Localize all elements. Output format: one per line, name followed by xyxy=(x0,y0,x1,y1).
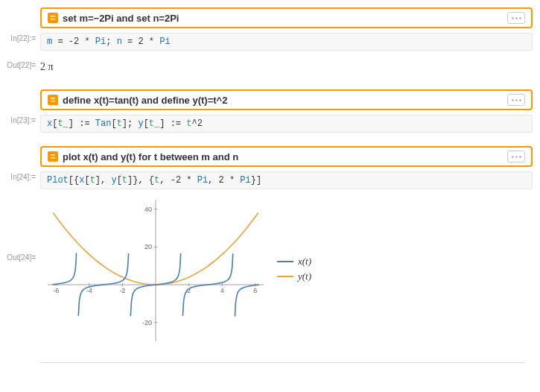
legend-entry: x(t) xyxy=(277,256,311,268)
svg-text:-2: -2 xyxy=(119,287,125,294)
legend-swatch xyxy=(277,276,293,277)
svg-text:20: 20 xyxy=(144,243,152,250)
cell-menu-button[interactable] xyxy=(507,94,525,106)
nl-query-text: set m=−2Pi and set n=2Pi xyxy=(63,13,179,24)
cell-group-24: = plot x(t) and y(t) for t between m and… xyxy=(0,146,533,341)
equal-icon: = xyxy=(48,95,58,105)
natural-language-input[interactable]: = plot x(t) and y(t) for t between m and… xyxy=(40,146,533,167)
legend-entry: y(t) xyxy=(277,271,311,282)
legend-label: y(t) xyxy=(298,271,311,282)
out-label: Out[24]= xyxy=(0,194,40,262)
in-label xyxy=(0,7,40,10)
output-value: 2 π xyxy=(40,58,533,76)
cell-menu-button[interactable] xyxy=(507,12,525,24)
equal-icon: = xyxy=(48,13,58,23)
plot-canvas: -6-4-2246-202040 xyxy=(48,200,264,341)
in-label: In[22]:= xyxy=(0,31,40,42)
svg-text:-6: -6 xyxy=(53,287,59,294)
natural-language-input[interactable]: = set m=−2Pi and set n=2Pi xyxy=(40,7,533,28)
legend-swatch xyxy=(277,261,293,262)
nl-query-text: plot x(t) and y(t) for t between m and n xyxy=(63,151,238,162)
nl-query-text: define x(t)=tan(t) and define y(t)=t^2 xyxy=(63,95,227,106)
legend-label: x(t) xyxy=(298,256,311,268)
code-input[interactable]: m = -2 * Pi; n = 2 * Pi xyxy=(40,33,533,51)
in-label: In[24]:= xyxy=(0,170,40,181)
cell-group-23: = define x(t)=tan(t) and define y(t)=t^2… xyxy=(0,89,533,133)
plot-output: -6-4-2246-202040 x(t) y(t) xyxy=(40,194,533,341)
svg-text:-20: -20 xyxy=(142,319,152,326)
plot-legend: x(t) y(t) xyxy=(277,256,311,285)
cell-menu-button[interactable] xyxy=(507,151,525,162)
svg-text:6: 6 xyxy=(253,287,257,294)
natural-language-input[interactable]: = define x(t)=tan(t) and define y(t)=t^2 xyxy=(40,89,533,110)
svg-text:40: 40 xyxy=(144,206,152,213)
out-label: Out[22]= xyxy=(0,58,40,69)
in-label: In[23]:= xyxy=(0,113,40,124)
equal-icon: = xyxy=(48,151,58,162)
code-input[interactable]: Plot[{x[t], y[t]}, {t, -2 * Pi, 2 * Pi}] xyxy=(40,171,533,189)
code-input[interactable]: x[t_] := Tan[t]; y[t_] := t^2 xyxy=(40,115,533,133)
svg-text:4: 4 xyxy=(220,287,224,294)
cell-divider xyxy=(40,362,525,363)
cell-group-22: = set m=−2Pi and set n=2Pi In[22]:= m = … xyxy=(0,7,533,76)
